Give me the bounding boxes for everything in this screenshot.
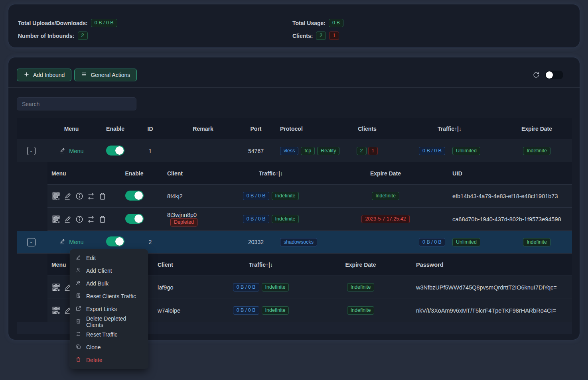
traffic-badge: 0 B / 0 B xyxy=(419,147,445,155)
qr-code-icon[interactable] xyxy=(51,191,61,201)
stat-inbounds-count: Number of Inbounds: 2 xyxy=(18,32,292,40)
col-expire: Expire Date xyxy=(501,126,572,132)
col-uid: UID xyxy=(452,170,572,177)
inbound-menu-label: Menu xyxy=(69,148,83,154)
inbound-row-1: - Menu 1 54767 vless tcp Reality 2 xyxy=(17,140,572,162)
dark-mode-toggle[interactable] xyxy=(545,71,563,79)
add-inbound-button[interactable]: Add Inbound xyxy=(17,69,71,81)
export-icon xyxy=(75,305,81,313)
col-traffic[interactable]: Traffic↑|↓ xyxy=(223,170,319,177)
search-input[interactable] xyxy=(17,97,136,110)
col-client: Client xyxy=(151,262,215,268)
plus-icon xyxy=(24,71,30,79)
inbound-menu-link[interactable]: Menu xyxy=(59,238,83,246)
trash-icon[interactable] xyxy=(98,192,107,201)
reset-traffic-icon xyxy=(75,331,81,338)
menu-item-export-links[interactable]: Export Links xyxy=(70,303,148,315)
col-expire: Expire Date xyxy=(319,170,452,177)
expire-badge: Indefinite xyxy=(523,147,551,155)
protocol-tag: shadowsocks xyxy=(280,238,317,246)
inbound-context-menu: Edit Add Client Add Bulk Reset Clients T… xyxy=(70,249,148,369)
user-icon xyxy=(75,267,81,274)
protocol-tag: Reality xyxy=(317,147,339,155)
col-remark: Remark xyxy=(167,126,239,132)
reset-traffic-icon[interactable] xyxy=(87,215,95,224)
client-name: 8t3wjnn8p0 xyxy=(167,212,197,218)
protocol-tag: tcp xyxy=(301,147,315,155)
menu-item-clone[interactable]: Clone xyxy=(70,341,148,354)
col-traffic[interactable]: Traffic↑|↓ xyxy=(398,126,501,132)
traffic-limit-badge: Indefinite xyxy=(262,306,289,315)
col-password: Password xyxy=(414,262,572,268)
toggle-knob xyxy=(546,71,553,79)
traffic-badge: 0 B / 0 B xyxy=(243,192,269,200)
col-traffic[interactable]: Traffic↑|↓ xyxy=(215,262,307,268)
clients-label: Clients: xyxy=(292,33,313,39)
client-enable-toggle[interactable] xyxy=(125,214,144,224)
inbound-menu-label: Menu xyxy=(69,239,83,245)
client-table-header: Menu Enable Client Traffic↑|↓ Expire Dat… xyxy=(47,162,572,185)
page: Total Uploads/Downloads: 0 B / 0 B Total… xyxy=(0,0,588,380)
traffic-limit-badge: Indefinite xyxy=(272,192,299,200)
client-table-1: Menu Enable Client Traffic↑|↓ Expire Dat… xyxy=(47,162,572,231)
usage-label: Total Usage: xyxy=(292,20,326,26)
edit-pencil-icon[interactable] xyxy=(63,192,72,201)
menu-item-add-bulk[interactable]: Add Bulk xyxy=(70,277,148,290)
edit-pencil-icon[interactable] xyxy=(63,215,72,224)
inbound-enable-toggle[interactable] xyxy=(106,146,124,156)
expire-badge: Indefinite xyxy=(523,238,551,246)
user-group-icon xyxy=(75,280,81,287)
info-icon[interactable] xyxy=(75,215,84,224)
col-port: Port xyxy=(239,126,273,132)
menu-item-add-client[interactable]: Add Client xyxy=(70,264,148,277)
info-icon[interactable] xyxy=(75,192,84,201)
depleted-badge: Depleted xyxy=(170,218,197,226)
general-actions-button[interactable]: General Actions xyxy=(74,69,137,81)
client-name: 8f4kj2 xyxy=(167,193,183,199)
expire-badge: Indefinite xyxy=(347,283,375,291)
expire-badge: 2023-5-7 17:25:42 xyxy=(361,215,409,223)
toggle-knob xyxy=(115,146,124,155)
collapse-row-button[interactable]: - xyxy=(27,238,36,246)
traffic-limit-badge: Unlimited xyxy=(452,147,480,155)
qr-code-icon[interactable] xyxy=(51,306,61,315)
edit-pencil-icon xyxy=(59,147,66,155)
stat-uploads-downloads: Total Uploads/Downloads: 0 B / 0 B xyxy=(18,19,292,27)
qr-code-icon[interactable] xyxy=(51,283,61,292)
col-id: ID xyxy=(133,126,167,132)
inbound-menu-link[interactable]: Menu xyxy=(59,147,83,155)
inbound-port: 20332 xyxy=(239,239,273,245)
toggle-knob xyxy=(134,215,143,223)
trash-icon[interactable] xyxy=(98,215,107,224)
menu-item-delete[interactable]: Delete xyxy=(70,354,148,366)
client-row: 8t3wjnn8p0 Depleted 0 B / 0 B Indefinite… xyxy=(47,208,572,231)
col-clients: Clients xyxy=(337,126,398,132)
toggle-knob xyxy=(115,237,124,246)
document-icon xyxy=(75,293,81,300)
refresh-icon[interactable] xyxy=(532,71,540,79)
client-uid: efb14b43-4a79-4e83-ef18-e48cf1901b73 xyxy=(452,193,572,199)
expire-badge: Indefinite xyxy=(347,306,375,315)
traffic-limit-badge: Unlimited xyxy=(452,238,480,246)
edit-pencil-icon xyxy=(59,238,66,246)
qr-code-icon[interactable] xyxy=(51,215,61,224)
menu-item-edit[interactable]: Edit xyxy=(70,252,148,264)
collapse-row-button[interactable]: - xyxy=(27,147,36,155)
hamburger-icon xyxy=(81,71,87,79)
reset-traffic-icon[interactable] xyxy=(87,192,95,201)
menu-item-delete-depleted-clients[interactable]: Delete Depleted Clients xyxy=(70,315,148,328)
col-menu: Menu xyxy=(47,170,117,177)
menu-item-reset-clients-traffic[interactable]: Reset Clients Traffic xyxy=(70,290,148,303)
general-actions-label: General Actions xyxy=(91,72,130,78)
protocol-tag: vless xyxy=(280,147,298,155)
clone-icon xyxy=(75,344,81,351)
inbound-enable-toggle[interactable] xyxy=(106,236,124,246)
client-name: laf9go xyxy=(158,284,174,291)
stat-clients-count: Clients: 2 1 xyxy=(292,32,570,40)
menu-item-reset-traffic[interactable]: Reset Traffic xyxy=(70,328,148,341)
expire-badge: Indefinite xyxy=(372,192,399,200)
inbounds-value-badge: 2 xyxy=(78,32,88,40)
clients-depleted-badge: 1 xyxy=(329,32,339,40)
col-enable: Enable xyxy=(117,170,151,177)
client-enable-toggle[interactable] xyxy=(125,191,144,201)
